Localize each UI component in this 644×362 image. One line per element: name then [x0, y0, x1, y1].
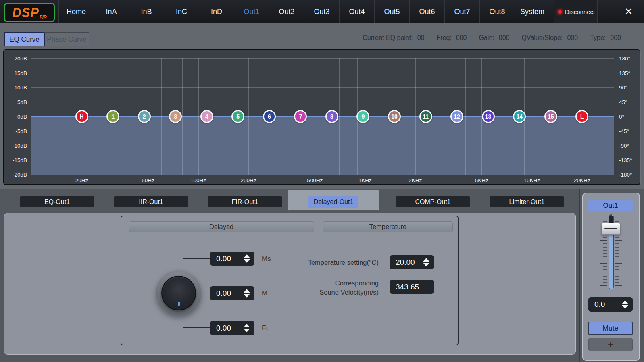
step-down-icon[interactable] [622, 305, 628, 309]
fader-tick [603, 221, 607, 222]
fader-tick [603, 243, 607, 244]
eq-point-5[interactable]: 5 [231, 110, 244, 123]
delay-stepper[interactable] [244, 321, 250, 335]
fader-tick [615, 273, 619, 273]
tab-delayed-out1[interactable]: Delayed-Out1 [308, 196, 358, 208]
eq-point-1[interactable]: 1 [106, 110, 119, 123]
eq-point-15[interactable]: 15 [544, 110, 557, 123]
eq-point-12[interactable]: 12 [450, 110, 463, 123]
status-value: 000 [456, 34, 467, 42]
temperature-value: 20.00 [396, 258, 415, 267]
nav-item-out3[interactable]: Out3 [304, 0, 339, 23]
gain-stepper[interactable] [622, 297, 628, 312]
phase-axis-label: 45° [619, 99, 627, 105]
close-button[interactable]: ✕ [618, 0, 640, 23]
nav-item-ina[interactable]: InA [94, 0, 129, 23]
mute-button[interactable]: Mute [588, 322, 633, 335]
delayed-section-header: Delayed [129, 221, 314, 232]
nav-item-out7[interactable]: Out7 [444, 0, 479, 23]
eq-point-H[interactable]: H [75, 110, 88, 123]
gain-value: 0.0 [594, 300, 605, 309]
connector-line [200, 293, 210, 293]
tab-iir-out1[interactable]: IIR-Out1 [114, 196, 188, 207]
unit-label-ft: Ft [262, 324, 268, 332]
fader-tick [615, 260, 619, 260]
eq-point-3[interactable]: 3 [169, 110, 182, 123]
delay-value: 0.00 [216, 289, 231, 298]
fader-tick [603, 266, 607, 267]
gain-axis-label: 15dB [14, 70, 27, 76]
eq-point-4[interactable]: 4 [200, 110, 213, 123]
step-down-icon[interactable] [423, 263, 429, 266]
tab-eq-out1[interactable]: EQ-Out1 [20, 196, 94, 207]
connection-status-dot-icon [558, 10, 562, 14]
eq-point-14[interactable]: 14 [513, 110, 526, 123]
eq-plot-area[interactable]: 20dB15dB10dB5dB0dB-5dB-10dB-15dB-20dB180… [31, 58, 614, 175]
nav-item-inc[interactable]: InC [164, 0, 199, 23]
delay-knob[interactable] [156, 270, 201, 316]
nav-item-out4[interactable]: Out4 [339, 0, 374, 23]
sound-velocity-label-line2: Sound Velocity(m/s) [319, 289, 379, 296]
tab-phase-curve[interactable]: Phase Curve [44, 32, 89, 46]
fader-tick [615, 276, 619, 277]
grid-line-h [31, 58, 614, 59]
connector-line [183, 258, 210, 259]
main-nav: HomeInAInBInCInDOut1Out2Out3Out4Out5Out6… [58, 0, 550, 23]
gain-fader-handle[interactable] [602, 223, 620, 235]
fader-tick [615, 221, 619, 222]
tab-comp-out1[interactable]: COMP-Out1 [396, 196, 470, 207]
nav-item-out1[interactable]: Out1 [234, 0, 269, 23]
tab-limiter-out1[interactable]: Limiter-Out1 [490, 196, 564, 207]
step-up-icon[interactable] [423, 258, 429, 262]
nav-item-inb[interactable]: InB [129, 0, 164, 23]
gain-value-field[interactable]: 0.0 [588, 297, 633, 312]
eq-point-7[interactable]: 7 [294, 110, 307, 123]
phase-axis-label: -180° [619, 172, 632, 178]
eq-point-13[interactable]: 13 [482, 110, 495, 123]
eq-point-9[interactable]: 9 [356, 110, 369, 123]
step-up-icon[interactable] [244, 324, 250, 327]
gain-axis-label: 10dB [14, 85, 27, 91]
freq-axis-label: 500Hz [307, 177, 323, 183]
status-value: 00 [417, 34, 425, 42]
add-button[interactable]: + [588, 338, 633, 351]
disconnect-button[interactable]: Disconnect [554, 0, 598, 23]
status-label: Type: [590, 34, 606, 42]
tab-eq-curve[interactable]: EQ Curve [4, 32, 45, 46]
freq-axis-label: 20Hz [75, 177, 88, 183]
fader-tick [615, 266, 619, 267]
tab-fir-out1[interactable]: FIR-Out1 [208, 196, 282, 207]
step-up-icon[interactable] [622, 300, 628, 304]
nav-item-out2[interactable]: Out2 [269, 0, 304, 23]
step-up-icon[interactable] [244, 254, 250, 258]
eq-point-11[interactable]: 11 [419, 110, 432, 123]
fader-tick [600, 218, 607, 218]
fader-tick [600, 263, 607, 264]
fader-tick [600, 240, 607, 241]
temperature-setting-field[interactable]: 20.00 [390, 255, 434, 269]
delay-ft-field[interactable]: 0.00 [210, 321, 254, 335]
nav-item-out6[interactable]: Out6 [409, 0, 444, 23]
eq-point-10[interactable]: 10 [388, 110, 401, 123]
eq-point-6[interactable]: 6 [263, 110, 276, 123]
eq-point-8[interactable]: 8 [325, 110, 338, 123]
mute-label: Mute [603, 324, 619, 333]
step-down-icon[interactable] [244, 329, 250, 332]
status-label: QValue/Slope: [521, 34, 563, 42]
nav-item-ind[interactable]: InD [199, 0, 234, 23]
nav-item-system[interactable]: System [515, 0, 550, 23]
phase-axis-label: 90° [619, 85, 627, 91]
status-item-3: QValue/Slope:000 [521, 34, 578, 42]
nav-item-out5[interactable]: Out5 [374, 0, 409, 23]
minimize-button[interactable]: — [596, 0, 616, 23]
sound-velocity-label: Corresponding Sound Velocity(m/s) [246, 279, 379, 297]
eq-point-2[interactable]: 2 [138, 110, 151, 123]
phase-axis-label: -135° [619, 157, 632, 163]
channel-name-button[interactable]: Out1 [588, 200, 633, 211]
freq-axis-label: 2KHz [408, 177, 422, 183]
nav-item-home[interactable]: Home [58, 0, 94, 23]
eq-point-L[interactable]: L [575, 110, 588, 123]
temperature-stepper[interactable] [423, 255, 429, 269]
fader-tick [615, 237, 619, 238]
nav-item-out8[interactable]: Out8 [479, 0, 515, 23]
